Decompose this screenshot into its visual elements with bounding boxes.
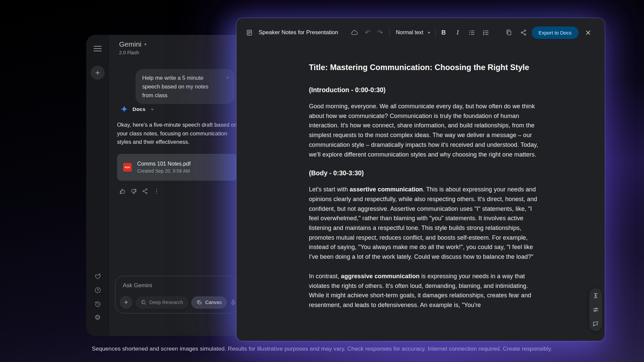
response-tool-row[interactable]: Docs (120, 105, 155, 113)
file-meta: Created Sep 20, 9:58 AM (137, 168, 191, 174)
document-body: (Introduction - 0:00-0:30)Good morning, … (309, 86, 541, 310)
thumbs-down-icon[interactable] (130, 187, 138, 195)
attachment-card[interactable]: PDF Comms 101 Notes.pdf Created Sep 20, … (117, 154, 237, 181)
doc-paragraph: In contrast, aggressive communication is… (309, 272, 541, 310)
chevron-down-icon: ▾ (428, 31, 430, 35)
thumbs-up-icon[interactable] (118, 187, 126, 195)
gemini-sparkle-icon (120, 105, 128, 113)
disclaimer-text: Sequences shortened and screen images si… (0, 346, 644, 352)
feedback-row: ⋮ (118, 187, 160, 195)
more-options-icon[interactable]: ⋮ (153, 187, 160, 195)
divider (389, 28, 390, 37)
app-title: Gemini (119, 40, 142, 48)
document-title[interactable]: Speaker Notes for Presentation (259, 29, 338, 36)
help-icon[interactable] (94, 286, 101, 294)
close-icon[interactable] (584, 28, 592, 37)
canvas-toolbar: Speaker Notes for Presentation ↶ ↷ Norma… (236, 18, 605, 47)
chevron-down-icon[interactable] (225, 75, 230, 80)
canvas-panel: Speaker Notes for Presentation ↶ ↷ Norma… (236, 18, 605, 341)
menu-icon[interactable] (94, 44, 102, 53)
chip-label: Canvas (205, 300, 222, 305)
user-message-text: Help me write a 5 minute speech based on… (142, 75, 208, 98)
suggest-edits-icon[interactable] (592, 320, 599, 327)
section-heading: (Introduction - 0:00-0:30) (309, 86, 541, 94)
settings-gear-icon[interactable]: ⚙ (94, 314, 101, 321)
undo-icon[interactable]: ↶ (364, 28, 372, 37)
text-style-dropdown[interactable]: Normal text ▾ (396, 29, 430, 36)
chevron-down-icon: ▾ (145, 42, 147, 47)
divider (435, 28, 436, 37)
user-message-bubble[interactable]: Help me write a 5 minute speech based on… (136, 69, 235, 104)
chip-label: Deep Research (149, 300, 183, 305)
doc-paragraph: Good morning, everyone. We all communica… (309, 102, 541, 159)
gemini-sidebar: + ⚙ (86, 35, 109, 336)
new-chat-button[interactable]: + (91, 66, 105, 80)
chevron-down-icon (150, 107, 155, 112)
export-to-docs-button[interactable]: Export to Docs (532, 26, 579, 39)
canvas-quick-actions (589, 288, 602, 331)
cloud-saved-icon (350, 28, 358, 37)
prompt-input[interactable]: Ask Gemini + Deep Research Canvas (115, 276, 238, 313)
add-attachment-button[interactable]: + (120, 296, 132, 309)
pdf-icon: PDF (123, 163, 132, 172)
bulleted-list-button[interactable] (468, 28, 476, 37)
text-style-value: Normal text (396, 29, 423, 36)
share-icon[interactable] (141, 187, 149, 195)
copy-icon[interactable] (505, 28, 513, 37)
doc-paragraph: Let's start with assertive communication… (309, 185, 541, 262)
model-label: 2.0 Flash (119, 50, 147, 55)
canvas-icon (196, 299, 203, 306)
document-outline-icon[interactable] (245, 28, 253, 37)
tune-icon[interactable] (592, 306, 599, 313)
document-heading: Title: Mastering Communication: Choosing… (309, 62, 541, 73)
redo-icon[interactable]: ↷ (376, 28, 384, 37)
section-heading: (Body - 0:30-3:30) (309, 169, 541, 177)
microphone-icon[interactable] (230, 299, 237, 306)
gems-icon[interactable] (94, 273, 101, 280)
adjust-length-icon[interactable] (592, 292, 599, 299)
deep-research-chip[interactable]: Deep Research (136, 296, 188, 309)
share-icon[interactable] (520, 28, 528, 37)
tool-label: Docs (132, 106, 146, 112)
deep-research-icon (141, 299, 147, 305)
bold-button[interactable]: B (440, 29, 448, 36)
gemini-header: Gemini ▾ 2.0 Flash (119, 40, 147, 55)
response-text: Okay, here's a five-minute speech draft … (117, 121, 237, 146)
numbered-list-button[interactable] (482, 28, 490, 37)
file-name: Comms 101 Notes.pdf (137, 161, 191, 167)
canvas-chip[interactable]: Canvas (191, 296, 227, 309)
document-content[interactable]: Title: Mastering Communication: Choosing… (236, 47, 541, 310)
history-icon[interactable] (94, 300, 101, 307)
model-switcher[interactable]: Gemini ▾ (119, 40, 147, 48)
prompt-placeholder: Ask Gemini (123, 282, 152, 289)
italic-button[interactable]: I (454, 29, 462, 36)
